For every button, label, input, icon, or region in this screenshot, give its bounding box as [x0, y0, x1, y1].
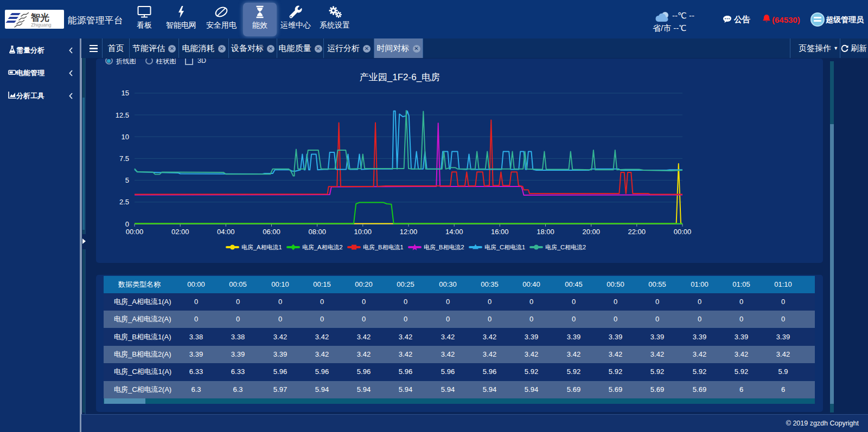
svg-text:电房_C相电流2: 电房_C相电流2 — [545, 244, 586, 250]
svg-text:电房_B相电流2: 电房_B相电流2 — [424, 244, 464, 250]
svg-text:12:00: 12:00 — [400, 228, 418, 236]
svg-text:产业园_1F2-6_电房: 产业园_1F2-6_电房 — [360, 72, 440, 82]
svg-text:02:00: 02:00 — [171, 228, 189, 236]
svg-text:10: 10 — [122, 132, 129, 140]
svg-text:10:00: 10:00 — [354, 228, 372, 236]
svg-text:12.5: 12.5 — [116, 111, 129, 119]
svg-text:5: 5 — [125, 176, 129, 184]
svg-text:电房_B相电流1: 电房_B相电流1 — [363, 244, 404, 250]
svg-text:Zhiguang: Zhiguang — [31, 22, 52, 28]
svg-text:智光: 智光 — [30, 12, 49, 23]
svg-text:06:00: 06:00 — [263, 228, 280, 236]
svg-text:00:00: 00:00 — [126, 228, 144, 236]
svg-text:16:00: 16:00 — [491, 228, 509, 236]
svg-text:04:00: 04:00 — [217, 228, 235, 236]
svg-text:7.5: 7.5 — [119, 154, 129, 162]
svg-text:2.5: 2.5 — [119, 198, 129, 206]
svg-text:电房_C相电流1: 电房_C相电流1 — [484, 244, 525, 250]
svg-text:20:00: 20:00 — [582, 228, 600, 236]
svg-text:电房_A相电流1: 电房_A相电流1 — [241, 244, 282, 250]
svg-text:电房_A相电流2: 电房_A相电流2 — [302, 244, 343, 250]
svg-text:15: 15 — [122, 89, 129, 97]
svg-text:0: 0 — [125, 220, 129, 228]
svg-text:08:00: 08:00 — [308, 228, 326, 236]
svg-text:22:00: 22:00 — [628, 228, 646, 236]
svg-text:00:00: 00:00 — [674, 228, 692, 236]
svg-text:14:00: 14:00 — [445, 228, 463, 236]
svg-text:18:00: 18:00 — [537, 228, 554, 236]
